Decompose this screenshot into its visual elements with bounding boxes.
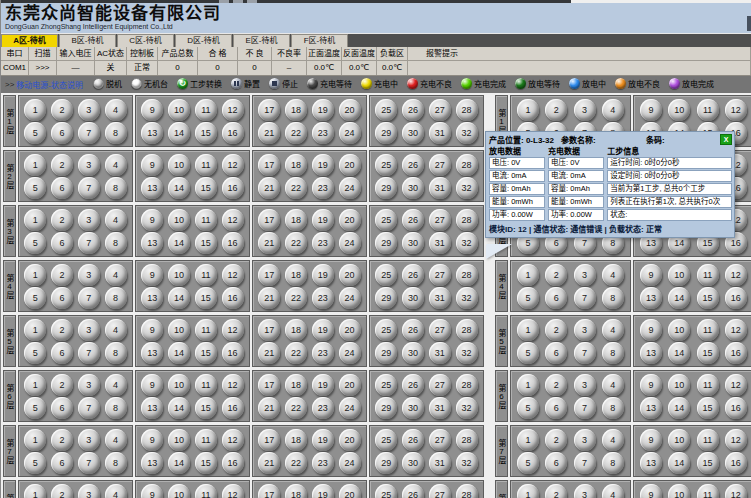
cell-circle[interactable]: 5 bbox=[24, 397, 46, 419]
cell-circle[interactable]: 26 bbox=[402, 99, 424, 121]
popup-close-button[interactable]: X bbox=[720, 134, 732, 145]
cell-circle[interactable]: 5 bbox=[517, 452, 539, 474]
cell-circle[interactable]: 4 bbox=[105, 99, 127, 121]
cell-circle[interactable]: 30 bbox=[402, 342, 424, 364]
cell-circle[interactable]: 20 bbox=[339, 319, 361, 341]
cell-circle[interactable]: 28 bbox=[456, 99, 478, 121]
cell-circle[interactable]: 30 bbox=[402, 177, 424, 199]
cell-circle[interactable]: 6 bbox=[51, 122, 73, 144]
cell-circle[interactable]: 22 bbox=[285, 342, 307, 364]
cell-circle[interactable]: 12 bbox=[222, 374, 244, 396]
cell-circle[interactable]: 7 bbox=[78, 122, 100, 144]
cell-circle[interactable]: 16 bbox=[725, 452, 747, 474]
cell-circle[interactable]: 1 bbox=[24, 374, 46, 396]
cell-circle[interactable]: 10 bbox=[168, 154, 190, 176]
cell-circle[interactable]: 15 bbox=[195, 177, 217, 199]
cell-circle[interactable]: 3 bbox=[78, 374, 100, 396]
cell-circle[interactable]: 22 bbox=[285, 122, 307, 144]
cell-circle[interactable]: 10 bbox=[668, 429, 690, 451]
cell-circle[interactable]: 10 bbox=[168, 264, 190, 286]
cell-circle[interactable]: 4 bbox=[602, 99, 624, 121]
cell-circle[interactable]: 20 bbox=[339, 154, 361, 176]
cell-circle[interactable]: 1 bbox=[517, 429, 539, 451]
cell-circle[interactable]: 7 bbox=[78, 287, 100, 309]
cell-circle[interactable]: 23 bbox=[312, 177, 334, 199]
cell-circle[interactable]: 18 bbox=[285, 429, 307, 451]
cell-circle[interactable]: 6 bbox=[545, 397, 567, 419]
cell-circle[interactable]: 14 bbox=[168, 177, 190, 199]
cell-circle[interactable]: 24 bbox=[339, 122, 361, 144]
cell-circle[interactable]: 4 bbox=[602, 374, 624, 396]
cell-circle[interactable]: 7 bbox=[574, 452, 596, 474]
cell-circle[interactable]: 23 bbox=[312, 452, 334, 474]
cell-circle[interactable]: 1 bbox=[24, 429, 46, 451]
cell-circle[interactable]: 10 bbox=[168, 429, 190, 451]
cell-circle[interactable]: 14 bbox=[168, 287, 190, 309]
cell-circle[interactable]: 27 bbox=[429, 374, 451, 396]
cell-circle[interactable]: 22 bbox=[285, 232, 307, 254]
cell-circle[interactable]: 29 bbox=[375, 232, 397, 254]
cell-circle[interactable]: 29 bbox=[375, 452, 397, 474]
cell-circle[interactable]: 17 bbox=[258, 264, 280, 286]
cell-circle[interactable]: 13 bbox=[141, 397, 163, 419]
cell-circle[interactable]: 3 bbox=[78, 154, 100, 176]
cell-circle[interactable]: 24 bbox=[339, 287, 361, 309]
cell-circle[interactable]: 5 bbox=[24, 177, 46, 199]
tab-zone-1[interactable]: A区-待机 bbox=[1, 34, 58, 47]
tab-zone-3[interactable]: C区-待机 bbox=[117, 34, 174, 47]
cell-circle[interactable]: 14 bbox=[668, 397, 690, 419]
cell-circle[interactable]: 1 bbox=[517, 374, 539, 396]
cell-circle[interactable]: 30 bbox=[402, 122, 424, 144]
cell-circle[interactable]: 25 bbox=[375, 264, 397, 286]
cell-circle[interactable]: 15 bbox=[697, 397, 719, 419]
cell-circle[interactable]: 7 bbox=[78, 452, 100, 474]
cell-circle[interactable]: 28 bbox=[456, 319, 478, 341]
cell-circle[interactable]: 10 bbox=[668, 264, 690, 286]
cell-circle[interactable]: 19 bbox=[312, 264, 334, 286]
cell-circle[interactable]: 17 bbox=[258, 154, 280, 176]
cell-circle[interactable]: 4 bbox=[105, 374, 127, 396]
cell-circle[interactable]: 2 bbox=[51, 484, 73, 498]
cell-circle[interactable]: 15 bbox=[195, 342, 217, 364]
cell-circle[interactable]: 1 bbox=[24, 154, 46, 176]
cell-circle[interactable]: 9 bbox=[640, 264, 662, 286]
tab-zone-4[interactable]: D区-待机 bbox=[175, 34, 232, 47]
tab-zone-2[interactable]: B区-待机 bbox=[59, 34, 116, 47]
cell-circle[interactable]: 8 bbox=[105, 397, 127, 419]
cell-circle[interactable]: 30 bbox=[402, 452, 424, 474]
cell-circle[interactable]: 10 bbox=[668, 484, 690, 498]
cell-circle[interactable]: 4 bbox=[105, 484, 127, 498]
cell-circle[interactable]: 3 bbox=[574, 484, 596, 498]
cell-circle[interactable]: 12 bbox=[222, 209, 244, 231]
cell-circle[interactable]: 19 bbox=[312, 319, 334, 341]
cell-circle[interactable]: 13 bbox=[640, 342, 662, 364]
cell-circle[interactable]: 21 bbox=[258, 397, 280, 419]
cell-circle[interactable]: 18 bbox=[285, 209, 307, 231]
cell-circle[interactable]: 20 bbox=[339, 99, 361, 121]
cell-circle[interactable]: 25 bbox=[375, 484, 397, 498]
cell-circle[interactable]: 8 bbox=[602, 342, 624, 364]
cell-circle[interactable]: 31 bbox=[429, 287, 451, 309]
cell-circle[interactable]: 9 bbox=[640, 484, 662, 498]
cell-circle[interactable]: 2 bbox=[51, 319, 73, 341]
cell-circle[interactable]: 5 bbox=[24, 342, 46, 364]
cell-circle[interactable]: 18 bbox=[285, 319, 307, 341]
cell-circle[interactable]: 11 bbox=[195, 484, 217, 498]
cell-circle[interactable]: 17 bbox=[258, 319, 280, 341]
tab-zone-6[interactable]: F区-待机 bbox=[291, 34, 348, 47]
cell-circle[interactable]: 3 bbox=[78, 484, 100, 498]
cell-circle[interactable]: 10 bbox=[168, 209, 190, 231]
cell-circle[interactable]: 23 bbox=[312, 122, 334, 144]
cell-circle[interactable]: 9 bbox=[640, 374, 662, 396]
cell-circle[interactable]: 9 bbox=[141, 319, 163, 341]
cell-circle[interactable]: 16 bbox=[222, 232, 244, 254]
cell-circle[interactable]: 1 bbox=[517, 319, 539, 341]
cell-circle[interactable]: 27 bbox=[429, 319, 451, 341]
cell-circle[interactable]: 13 bbox=[141, 122, 163, 144]
cell-circle[interactable]: 2 bbox=[51, 264, 73, 286]
cell-circle[interactable]: 19 bbox=[312, 484, 334, 498]
cell-circle[interactable]: 2 bbox=[545, 319, 567, 341]
cell-circle[interactable]: 9 bbox=[640, 429, 662, 451]
cell-circle[interactable]: 9 bbox=[141, 209, 163, 231]
cell-circle[interactable]: 5 bbox=[24, 232, 46, 254]
